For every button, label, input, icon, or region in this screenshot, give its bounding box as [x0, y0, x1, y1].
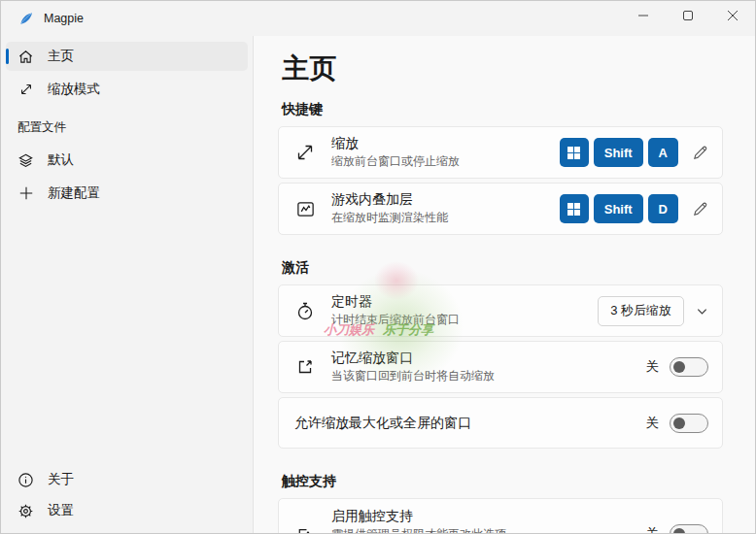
toggle-knob [673, 361, 685, 373]
toggle-knob [673, 528, 685, 533]
card-title: 记忆缩放窗口 [331, 350, 646, 367]
card-title: 缩放 [331, 135, 555, 152]
touch-icon [294, 524, 316, 534]
sidebar-item-label: 设置 [48, 502, 74, 519]
card-remember-window: 记忆缩放窗口 当该窗口回到前台时将自动缩放 关 [278, 341, 723, 393]
card-controls: 关 [646, 414, 709, 433]
app-title: Magpie [44, 12, 84, 25]
close-button[interactable] [710, 1, 755, 30]
card-title: 允许缩放最大化或全屏的窗口 [294, 415, 646, 432]
windows-key[interactable] [560, 194, 589, 223]
sidebar-item-default-profile[interactable]: 默认 [6, 146, 248, 175]
pencil-icon [692, 145, 708, 161]
pencil-icon [692, 201, 708, 217]
card-allow-fullscreen: 允许缩放最大化或全屏的窗口 关 [278, 397, 723, 449]
card-subtitle: 需提供管理员权限才能更改此选项 [331, 526, 646, 534]
card-controls: Shift D [555, 194, 708, 223]
card-text: 游戏内叠加层 在缩放时监测渲染性能 [331, 191, 555, 226]
home-icon [17, 49, 34, 65]
plus-icon [17, 185, 34, 202]
sidebar-item-scaling-modes[interactable]: 缩放模式 [6, 75, 248, 104]
close-icon [728, 11, 738, 20]
touch-support-toggle[interactable] [670, 524, 708, 533]
caption-buttons [621, 1, 755, 30]
toggle-state-label: 关 [646, 358, 660, 376]
sidebar-item-label: 缩放模式 [48, 81, 100, 98]
overlay-graph-icon [294, 199, 316, 219]
magpie-logo-icon [17, 10, 34, 26]
card-controls: 关 [646, 524, 709, 533]
card-overlay-shortcut: 游戏内叠加层 在缩放时监测渲染性能 Shift D [278, 183, 723, 235]
card-subtitle: 计时结束后缩放前台窗口 [331, 312, 598, 328]
app-body: 主页 缩放模式 配置文件 默认 新建配置 [1, 36, 755, 533]
card-text: 记忆缩放窗口 当该窗口回到前台时将自动缩放 [331, 350, 646, 384]
allow-fullscreen-toggle[interactable] [670, 414, 708, 433]
sidebar-item-label: 关于 [48, 471, 74, 488]
card-subtitle: 在缩放时监测渲染性能 [331, 210, 555, 226]
sidebar-item-label: 主页 [48, 48, 74, 65]
card-controls: Shift A [555, 138, 708, 167]
timer-icon [294, 301, 316, 321]
expander-chevron-button[interactable] [696, 305, 708, 317]
card-text: 定时器 计时结束后缩放前台窗口 [331, 293, 598, 328]
card-controls: 3 秒后缩放 [598, 296, 708, 326]
page-title: 主页 [282, 51, 723, 86]
section-touch-label: 触控支持 [282, 473, 723, 490]
sidebar-item-label: 新建配置 [48, 184, 100, 202]
sidebar: 主页 缩放模式 配置文件 默认 新建配置 [1, 36, 254, 533]
card-subtitle: 当该窗口回到前台时将自动缩放 [331, 368, 646, 384]
card-title: 游戏内叠加层 [331, 191, 555, 209]
sidebar-spacer [1, 210, 253, 463]
minimize-icon [638, 11, 648, 20]
maximize-icon [683, 11, 693, 20]
card-touch-support: 启用触控支持 需提供管理员权限才能更改此选项 了解更多 关 [278, 498, 723, 533]
resize-arrows-icon [17, 82, 34, 98]
titlebar-left: Magpie [1, 1, 84, 26]
card-text: 启用触控支持 需提供管理员权限才能更改此选项 了解更多 [331, 508, 646, 534]
windows-logo-icon [567, 147, 580, 159]
chevron-down-icon [696, 305, 708, 317]
sidebar-footer: 关于 设置 [1, 463, 253, 533]
sidebar-item-about[interactable]: 关于 [6, 465, 248, 494]
timer-delay-dropdown[interactable]: 3 秒后缩放 [598, 296, 684, 326]
minimize-button[interactable] [621, 1, 666, 30]
letter-key[interactable]: A [648, 138, 678, 167]
shift-key[interactable]: Shift [594, 194, 643, 223]
section-shortcuts-label: 快捷键 [282, 101, 723, 118]
card-title: 定时器 [331, 293, 598, 311]
card-text: 允许缩放最大化或全屏的窗口 [294, 415, 646, 432]
maximize-button[interactable] [666, 1, 710, 30]
edit-shortcut-button[interactable] [692, 145, 708, 161]
sidebar-item-new-profile[interactable]: 新建配置 [6, 179, 248, 208]
card-scale-shortcut: 缩放 缩放前台窗口或停止缩放 Shift A [278, 126, 723, 179]
toggle-knob [673, 417, 685, 429]
windows-logo-icon [567, 203, 580, 216]
layers-icon [17, 152, 34, 169]
magpie-window: Magpie 主页 [0, 0, 756, 534]
letter-key[interactable]: D [648, 194, 678, 223]
windows-key[interactable] [560, 138, 589, 167]
toggle-state-label: 关 [646, 525, 660, 533]
sidebar-item-label: 默认 [48, 151, 74, 169]
edit-shortcut-button[interactable] [692, 201, 708, 217]
card-timer: 定时器 计时结束后缩放前台窗口 3 秒后缩放 [278, 284, 723, 337]
main-content: 小刀娱乐乐于分享 主页 快捷键 缩放 缩放前台窗口或停止缩放 Shi [254, 36, 755, 533]
section-activation-label: 激活 [282, 259, 723, 277]
card-subtitle: 缩放前台窗口或停止缩放 [331, 153, 555, 170]
toggle-state-label: 关 [646, 415, 660, 432]
card-controls: 关 [646, 357, 709, 377]
sidebar-item-home[interactable]: 主页 [6, 42, 248, 71]
remember-window-icon [294, 357, 316, 377]
sidebar-section-profiles: 配置文件 [1, 106, 253, 144]
card-text: 缩放 缩放前台窗口或停止缩放 [331, 135, 555, 170]
card-title: 启用触控支持 [331, 508, 646, 525]
scale-icon [294, 142, 316, 163]
sidebar-item-settings[interactable]: 设置 [6, 496, 248, 525]
gear-icon [17, 503, 34, 519]
remember-window-toggle[interactable] [670, 357, 708, 377]
shift-key[interactable]: Shift [594, 138, 643, 167]
info-icon [17, 472, 34, 488]
titlebar: Magpie [1, 1, 755, 36]
